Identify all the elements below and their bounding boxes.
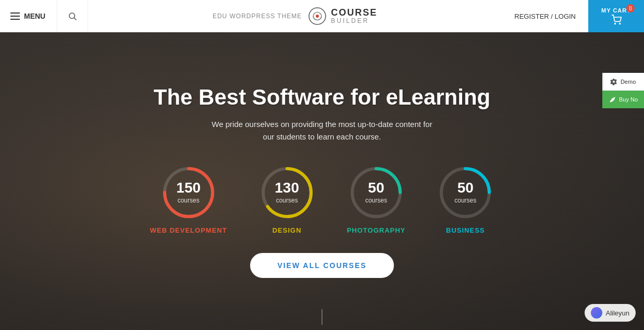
logo-builder: BUILDER — [331, 18, 377, 24]
svg-line-1 — [74, 18, 76, 20]
circle-design: 130 courses — [258, 164, 316, 221]
scroll-indicator — [322, 309, 323, 325]
hero-subtitle: We pride ourselves on providing the most… — [212, 118, 432, 143]
alileyun-icon — [591, 307, 602, 319]
menu-button[interactable]: MENU — [0, 0, 57, 32]
stat-web-development: 150 courses WEB DEVELOPMENT — [150, 164, 227, 234]
header: MENU EDU WORDPRESS THEME COURSE BUILDER … — [0, 0, 644, 32]
svg-point-4 — [317, 16, 318, 17]
register-login-button[interactable]: REGISTER / LOGIN — [502, 12, 588, 20]
stat-photography: 50 courses PHOTOGRAPHY — [347, 164, 406, 234]
circle-photography: 50 courses — [348, 164, 405, 221]
hamburger-icon — [10, 12, 20, 20]
stat-design: 130 courses DESIGN — [258, 164, 316, 234]
alileyun-label: Alileyun — [605, 309, 629, 317]
stat-number-business: 50 — [454, 181, 476, 195]
theme-label: EDU WORDPRESS THEME — [213, 12, 302, 20]
stat-unit-photo: courses — [365, 197, 387, 204]
stat-number-photo: 50 — [365, 181, 387, 195]
header-center: EDU WORDPRESS THEME COURSE BUILDER — [88, 7, 502, 26]
demo-button[interactable]: Demo — [602, 73, 644, 91]
side-buttons: Demo Buy No — [602, 73, 644, 108]
circle-business: 50 courses — [437, 164, 494, 221]
svg-point-6 — [619, 23, 620, 24]
hero-title: The Best Software for eLearning — [154, 85, 490, 110]
circle-web-development: 150 courses — [160, 164, 217, 221]
logo-course: COURSE — [331, 8, 377, 18]
logo-text: COURSE BUILDER — [331, 8, 377, 25]
buy-now-button[interactable]: Buy No — [602, 91, 644, 108]
stat-business: 50 courses BUSINESS — [437, 164, 494, 234]
hero-content: The Best Software for eLearning We pride… — [0, 32, 644, 330]
cart-button[interactable]: 0 MY CART — [588, 0, 644, 32]
demo-label: Demo — [621, 79, 636, 85]
svg-point-5 — [614, 23, 615, 24]
leaf-icon — [609, 96, 616, 103]
alileyun-badge[interactable]: Alileyun — [585, 304, 636, 322]
buy-label: Buy No — [619, 96, 638, 103]
stat-name-web: WEB DEVELOPMENT — [150, 226, 227, 234]
svg-point-0 — [69, 13, 75, 19]
search-button[interactable] — [57, 0, 88, 32]
stat-number-web: 150 — [176, 181, 201, 195]
stat-unit-design: courses — [276, 197, 298, 204]
logo-icon — [308, 7, 327, 26]
stat-name-business: BUSINESS — [446, 226, 485, 234]
stat-name-design: DESIGN — [273, 226, 302, 234]
view-all-courses-button[interactable]: VIEW ALL COURSES — [250, 253, 393, 278]
menu-label: MENU — [24, 12, 45, 20]
stat-unit-web: courses — [178, 197, 200, 204]
search-icon — [68, 11, 77, 21]
logo[interactable]: COURSE BUILDER — [308, 7, 377, 26]
cart-count: 0 — [626, 4, 635, 12]
cart-icon — [611, 15, 622, 25]
gear-icon — [610, 78, 617, 85]
stat-number-design: 130 — [275, 181, 299, 195]
stat-unit-business: courses — [454, 197, 476, 204]
stats-row: 150 courses WEB DEVELOPMENT 130 courses … — [150, 164, 494, 234]
stat-name-photo: PHOTOGRAPHY — [347, 226, 406, 234]
